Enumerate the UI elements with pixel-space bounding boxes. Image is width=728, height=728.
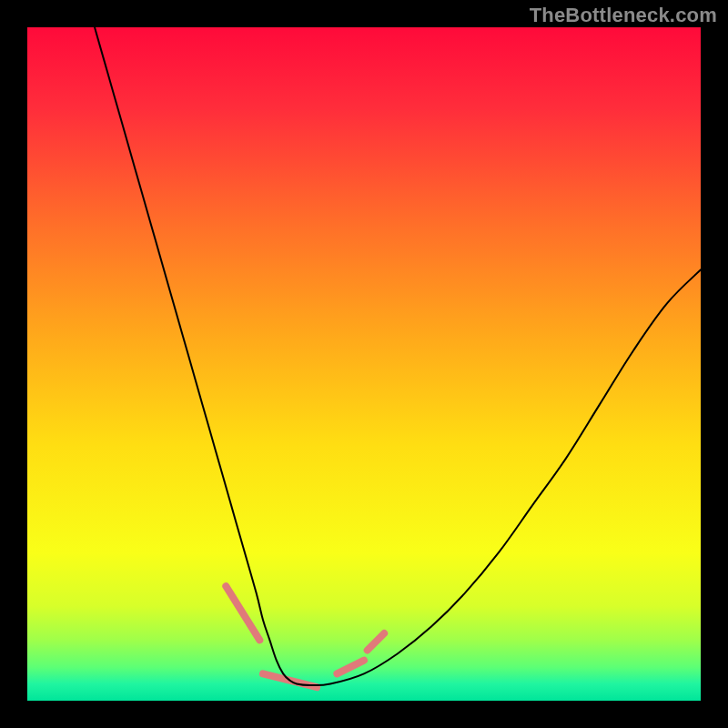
chart-stage: TheBottleneck.com [0,0,728,728]
plot-area [27,27,701,701]
watermark-text: TheBottleneck.com [530,4,717,27]
chart-svg [27,27,701,701]
gradient-background [27,27,701,701]
